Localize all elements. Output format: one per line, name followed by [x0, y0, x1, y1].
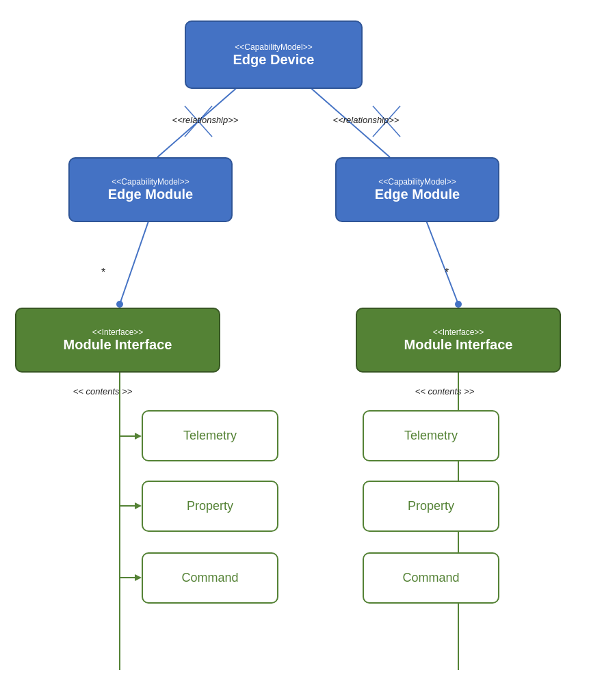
command-left-box: Command	[142, 552, 278, 604]
svg-marker-16	[135, 574, 142, 581]
edge-module-right-title: Edge Module	[375, 187, 460, 202]
edge-module-left-box: <<CapabilityModel>> Edge Module	[68, 157, 233, 222]
edge-device-box: <<CapabilityModel>> Edge Device	[185, 21, 363, 89]
telemetry-right-label: Telemetry	[404, 429, 458, 443]
diagram: <<CapabilityModel>> Edge Device <<relati…	[0, 0, 615, 700]
module-interface-right-title: Module Interface	[404, 337, 513, 353]
svg-marker-14	[135, 502, 142, 509]
edge-module-right-stereotype: <<CapabilityModel>>	[378, 177, 456, 187]
module-interface-right-stereotype: <<Interface>>	[433, 327, 484, 337]
property-left-box: Property	[142, 481, 278, 532]
module-interface-left-stereotype: <<Interface>>	[92, 327, 144, 337]
svg-point-7	[116, 301, 123, 308]
svg-line-6	[120, 215, 151, 304]
edge-module-right-box: <<CapabilityModel>> Edge Module	[335, 157, 499, 222]
command-right-label: Command	[402, 571, 459, 585]
multiplicity-left: *	[101, 267, 105, 279]
command-right-box: Command	[363, 552, 499, 604]
edge-module-left-title: Edge Module	[108, 187, 193, 202]
relationship-label-left: <<relationship>>	[151, 115, 260, 125]
telemetry-left-label: Telemetry	[183, 429, 237, 443]
property-right-box: Property	[363, 481, 499, 532]
telemetry-right-box: Telemetry	[363, 410, 499, 461]
module-interface-right-box: <<Interface>> Module Interface	[356, 308, 561, 373]
contents-label-left: << contents >>	[41, 386, 164, 396]
property-left-label: Property	[187, 499, 233, 513]
module-interface-left-box: <<Interface>> Module Interface	[15, 308, 220, 373]
relationship-label-right: <<relationship>>	[311, 115, 421, 125]
command-left-label: Command	[181, 571, 238, 585]
svg-point-9	[455, 301, 462, 308]
module-interface-left-title: Module Interface	[64, 337, 172, 353]
edge-module-left-stereotype: <<CapabilityModel>>	[112, 177, 189, 187]
edge-device-stereotype: <<CapabilityModel>>	[235, 42, 312, 52]
telemetry-left-box: Telemetry	[142, 410, 278, 461]
edge-device-title: Edge Device	[233, 52, 315, 68]
multiplicity-right: *	[445, 267, 449, 279]
svg-marker-12	[135, 433, 142, 440]
contents-label-right: << contents >>	[383, 386, 506, 396]
svg-line-8	[424, 215, 458, 304]
property-right-label: Property	[408, 499, 454, 513]
